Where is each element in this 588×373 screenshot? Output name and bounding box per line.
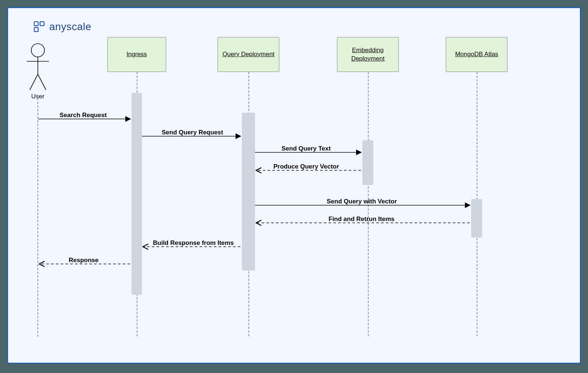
msg-send-query-request: Send Query Request (162, 129, 223, 136)
participant-label: Embedding Deployment (340, 46, 395, 63)
brand-logo: anyscale (34, 21, 92, 33)
participant-embedding-deployment: Embedding Deployment (337, 37, 399, 72)
participant-label: MongoDB Atlas (455, 50, 498, 59)
svg-point-3 (31, 44, 44, 57)
msg-send-query-with-vector: Send Query with Vector (327, 198, 397, 205)
participant-mongodb-atlas: MongoDB Atlas (446, 37, 508, 72)
svg-line-6 (30, 74, 38, 90)
participant-ingress: Ingress (107, 37, 166, 72)
participant-label: Query Deployment (222, 50, 275, 59)
msg-find-and-return-items: Find and Retrun Items (329, 216, 394, 223)
activation-query (242, 113, 255, 271)
participant-label: Ingress (126, 50, 147, 59)
msg-send-query-text: Send Query Text (282, 145, 331, 152)
stickman-icon (27, 43, 49, 91)
svg-rect-2 (34, 28, 38, 32)
activation-embedding (362, 140, 373, 185)
anyscale-icon (34, 21, 45, 32)
activation-ingress (132, 93, 142, 295)
svg-rect-1 (40, 22, 44, 26)
participant-query-deployment: Query Deployment (218, 37, 279, 72)
msg-produce-query-vector: Produce Query Vector (273, 163, 339, 170)
brand-name: anyscale (49, 21, 92, 33)
msg-build-response-from-items: Build Response from Items (153, 239, 234, 247)
svg-rect-0 (34, 22, 38, 26)
lifeline-user (37, 98, 38, 337)
msg-response: Response (69, 257, 98, 264)
actor-user: User (27, 43, 49, 100)
svg-line-7 (38, 74, 46, 90)
diagram-canvas: anyscale User Ingress Query Deployment E… (7, 7, 581, 363)
activation-mongodb (471, 199, 482, 238)
msg-search-request: Search Request (60, 112, 107, 119)
